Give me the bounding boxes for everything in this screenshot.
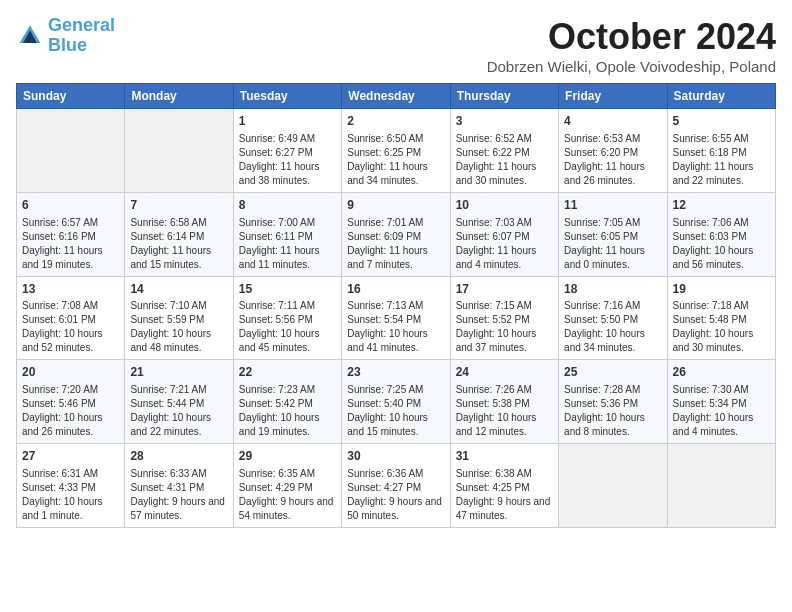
day-detail: Sunrise: 6:49 AMSunset: 6:27 PMDaylight:… [239,132,336,188]
calendar-cell: 3Sunrise: 6:52 AMSunset: 6:22 PMDaylight… [450,109,558,193]
calendar-cell: 28Sunrise: 6:33 AMSunset: 4:31 PMDayligh… [125,444,233,528]
calendar-cell: 10Sunrise: 7:03 AMSunset: 6:07 PMDayligh… [450,192,558,276]
day-number: 16 [347,281,444,298]
day-detail: Sunrise: 7:11 AMSunset: 5:56 PMDaylight:… [239,299,336,355]
header: GeneralBlue October 2024 Dobrzen Wielki,… [16,16,776,75]
day-number: 25 [564,364,661,381]
day-number: 5 [673,113,770,130]
calendar-week-row: 20Sunrise: 7:20 AMSunset: 5:46 PMDayligh… [17,360,776,444]
calendar-cell: 25Sunrise: 7:28 AMSunset: 5:36 PMDayligh… [559,360,667,444]
day-detail: Sunrise: 7:05 AMSunset: 6:05 PMDaylight:… [564,216,661,272]
weekday-header-row: SundayMondayTuesdayWednesdayThursdayFrid… [17,84,776,109]
logo: GeneralBlue [16,16,115,56]
day-detail: Sunrise: 7:23 AMSunset: 5:42 PMDaylight:… [239,383,336,439]
calendar-cell: 17Sunrise: 7:15 AMSunset: 5:52 PMDayligh… [450,276,558,360]
day-number: 9 [347,197,444,214]
calendar-cell: 24Sunrise: 7:26 AMSunset: 5:38 PMDayligh… [450,360,558,444]
calendar-cell: 20Sunrise: 7:20 AMSunset: 5:46 PMDayligh… [17,360,125,444]
calendar-cell: 27Sunrise: 6:31 AMSunset: 4:33 PMDayligh… [17,444,125,528]
calendar-cell: 7Sunrise: 6:58 AMSunset: 6:14 PMDaylight… [125,192,233,276]
day-detail: Sunrise: 7:18 AMSunset: 5:48 PMDaylight:… [673,299,770,355]
day-number: 27 [22,448,119,465]
day-detail: Sunrise: 6:36 AMSunset: 4:27 PMDaylight:… [347,467,444,523]
day-number: 2 [347,113,444,130]
day-number: 14 [130,281,227,298]
calendar-cell: 30Sunrise: 6:36 AMSunset: 4:27 PMDayligh… [342,444,450,528]
calendar-cell [559,444,667,528]
day-number: 30 [347,448,444,465]
calendar-cell [125,109,233,193]
day-detail: Sunrise: 6:55 AMSunset: 6:18 PMDaylight:… [673,132,770,188]
calendar-cell: 9Sunrise: 7:01 AMSunset: 6:09 PMDaylight… [342,192,450,276]
calendar-cell: 26Sunrise: 7:30 AMSunset: 5:34 PMDayligh… [667,360,775,444]
day-detail: Sunrise: 7:16 AMSunset: 5:50 PMDaylight:… [564,299,661,355]
calendar-cell: 12Sunrise: 7:06 AMSunset: 6:03 PMDayligh… [667,192,775,276]
day-detail: Sunrise: 7:03 AMSunset: 6:07 PMDaylight:… [456,216,553,272]
calendar-cell: 21Sunrise: 7:21 AMSunset: 5:44 PMDayligh… [125,360,233,444]
day-detail: Sunrise: 6:35 AMSunset: 4:29 PMDaylight:… [239,467,336,523]
day-number: 29 [239,448,336,465]
day-number: 15 [239,281,336,298]
day-number: 18 [564,281,661,298]
title-area: October 2024 Dobrzen Wielki, Opole Voivo… [487,16,776,75]
calendar-cell: 6Sunrise: 6:57 AMSunset: 6:16 PMDaylight… [17,192,125,276]
day-number: 8 [239,197,336,214]
day-number: 19 [673,281,770,298]
calendar-week-row: 1Sunrise: 6:49 AMSunset: 6:27 PMDaylight… [17,109,776,193]
day-detail: Sunrise: 6:31 AMSunset: 4:33 PMDaylight:… [22,467,119,523]
calendar-cell: 29Sunrise: 6:35 AMSunset: 4:29 PMDayligh… [233,444,341,528]
weekday-header: Friday [559,84,667,109]
calendar-cell: 23Sunrise: 7:25 AMSunset: 5:40 PMDayligh… [342,360,450,444]
day-detail: Sunrise: 7:26 AMSunset: 5:38 PMDaylight:… [456,383,553,439]
day-detail: Sunrise: 7:00 AMSunset: 6:11 PMDaylight:… [239,216,336,272]
calendar-cell: 8Sunrise: 7:00 AMSunset: 6:11 PMDaylight… [233,192,341,276]
calendar-cell: 31Sunrise: 6:38 AMSunset: 4:25 PMDayligh… [450,444,558,528]
day-detail: Sunrise: 6:53 AMSunset: 6:20 PMDaylight:… [564,132,661,188]
day-number: 23 [347,364,444,381]
day-number: 7 [130,197,227,214]
day-detail: Sunrise: 7:13 AMSunset: 5:54 PMDaylight:… [347,299,444,355]
calendar-cell: 19Sunrise: 7:18 AMSunset: 5:48 PMDayligh… [667,276,775,360]
day-number: 24 [456,364,553,381]
month-title: October 2024 [487,16,776,58]
day-detail: Sunrise: 7:08 AMSunset: 6:01 PMDaylight:… [22,299,119,355]
calendar-cell: 14Sunrise: 7:10 AMSunset: 5:59 PMDayligh… [125,276,233,360]
calendar-cell: 22Sunrise: 7:23 AMSunset: 5:42 PMDayligh… [233,360,341,444]
day-number: 28 [130,448,227,465]
day-number: 10 [456,197,553,214]
calendar-week-row: 27Sunrise: 6:31 AMSunset: 4:33 PMDayligh… [17,444,776,528]
day-number: 11 [564,197,661,214]
logo-icon [16,22,44,50]
day-detail: Sunrise: 6:52 AMSunset: 6:22 PMDaylight:… [456,132,553,188]
day-detail: Sunrise: 6:57 AMSunset: 6:16 PMDaylight:… [22,216,119,272]
calendar-cell: 16Sunrise: 7:13 AMSunset: 5:54 PMDayligh… [342,276,450,360]
day-detail: Sunrise: 7:01 AMSunset: 6:09 PMDaylight:… [347,216,444,272]
weekday-header: Wednesday [342,84,450,109]
calendar-week-row: 6Sunrise: 6:57 AMSunset: 6:16 PMDaylight… [17,192,776,276]
day-detail: Sunrise: 6:38 AMSunset: 4:25 PMDaylight:… [456,467,553,523]
day-detail: Sunrise: 6:58 AMSunset: 6:14 PMDaylight:… [130,216,227,272]
calendar-cell: 1Sunrise: 6:49 AMSunset: 6:27 PMDaylight… [233,109,341,193]
day-number: 26 [673,364,770,381]
day-number: 17 [456,281,553,298]
day-number: 1 [239,113,336,130]
day-detail: Sunrise: 7:20 AMSunset: 5:46 PMDaylight:… [22,383,119,439]
day-detail: Sunrise: 7:28 AMSunset: 5:36 PMDaylight:… [564,383,661,439]
day-detail: Sunrise: 7:30 AMSunset: 5:34 PMDaylight:… [673,383,770,439]
day-number: 20 [22,364,119,381]
day-detail: Sunrise: 7:10 AMSunset: 5:59 PMDaylight:… [130,299,227,355]
calendar-cell: 13Sunrise: 7:08 AMSunset: 6:01 PMDayligh… [17,276,125,360]
day-number: 22 [239,364,336,381]
day-detail: Sunrise: 7:15 AMSunset: 5:52 PMDaylight:… [456,299,553,355]
day-number: 3 [456,113,553,130]
day-detail: Sunrise: 7:06 AMSunset: 6:03 PMDaylight:… [673,216,770,272]
day-number: 13 [22,281,119,298]
day-detail: Sunrise: 6:33 AMSunset: 4:31 PMDaylight:… [130,467,227,523]
calendar-cell: 2Sunrise: 6:50 AMSunset: 6:25 PMDaylight… [342,109,450,193]
calendar-cell: 18Sunrise: 7:16 AMSunset: 5:50 PMDayligh… [559,276,667,360]
calendar-week-row: 13Sunrise: 7:08 AMSunset: 6:01 PMDayligh… [17,276,776,360]
calendar-cell: 5Sunrise: 6:55 AMSunset: 6:18 PMDaylight… [667,109,775,193]
weekday-header: Thursday [450,84,558,109]
calendar-table: SundayMondayTuesdayWednesdayThursdayFrid… [16,83,776,528]
calendar-cell [17,109,125,193]
